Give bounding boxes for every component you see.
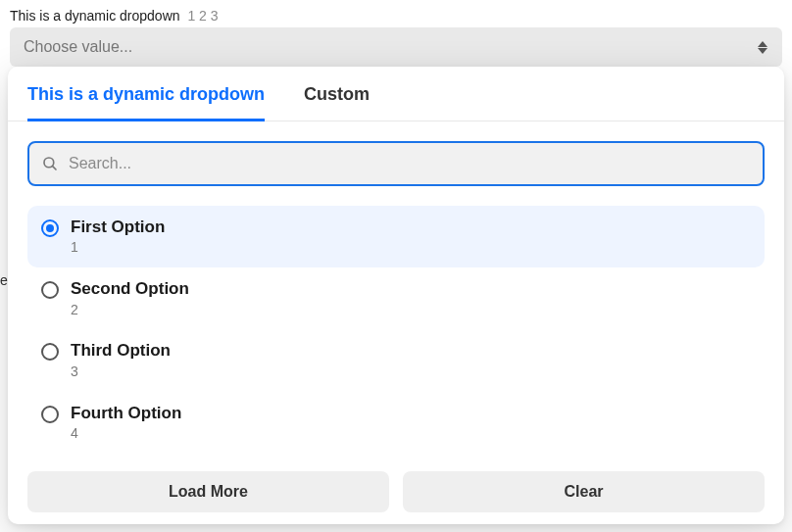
option-subtitle: 2 bbox=[71, 302, 189, 318]
select-trigger[interactable]: Choose value... bbox=[10, 27, 782, 67]
sort-icon bbox=[757, 39, 768, 55]
search-input[interactable] bbox=[69, 155, 751, 172]
option-title: Fourth Option bbox=[71, 404, 181, 423]
search-box[interactable] bbox=[27, 141, 765, 186]
field-hint: 1 2 3 bbox=[187, 8, 218, 24]
radio-icon bbox=[41, 406, 59, 423]
option-row[interactable]: Fourth Option4 bbox=[27, 392, 765, 454]
clear-button[interactable]: Clear bbox=[403, 471, 765, 512]
option-row[interactable]: Second Option2 bbox=[27, 267, 765, 329]
option-title: First Option bbox=[71, 218, 165, 237]
dropdown-panel: This is a dynamic dropdownCustom First O… bbox=[8, 67, 784, 524]
option-subtitle: 1 bbox=[71, 239, 165, 256]
tabs: This is a dynamic dropdownCustom bbox=[8, 67, 784, 121]
options-list: First Option1Second Option2Third Option3… bbox=[8, 206, 784, 454]
svg-line-1 bbox=[52, 166, 56, 169]
footer-buttons: Load More Clear bbox=[8, 454, 784, 512]
tab-dynamic-dropdown[interactable]: This is a dynamic dropdown bbox=[27, 67, 265, 121]
radio-icon bbox=[41, 219, 59, 237]
field-label-row: This is a dynamic dropdown 1 2 3 bbox=[0, 0, 792, 27]
option-title: Second Option bbox=[71, 279, 189, 299]
option-row[interactable]: Third Option3 bbox=[27, 329, 765, 391]
radio-icon bbox=[41, 343, 59, 361]
option-subtitle: 4 bbox=[71, 425, 181, 442]
option-title: Third Option bbox=[71, 341, 171, 361]
option-row[interactable]: First Option1 bbox=[27, 206, 765, 267]
field-label: This is a dynamic dropdown bbox=[10, 8, 180, 24]
select-placeholder: Choose value... bbox=[24, 38, 132, 56]
radio-icon bbox=[41, 281, 59, 299]
load-more-button[interactable]: Load More bbox=[27, 471, 389, 512]
search-icon bbox=[41, 155, 59, 172]
tab-custom[interactable]: Custom bbox=[304, 67, 370, 121]
option-subtitle: 3 bbox=[71, 363, 171, 380]
